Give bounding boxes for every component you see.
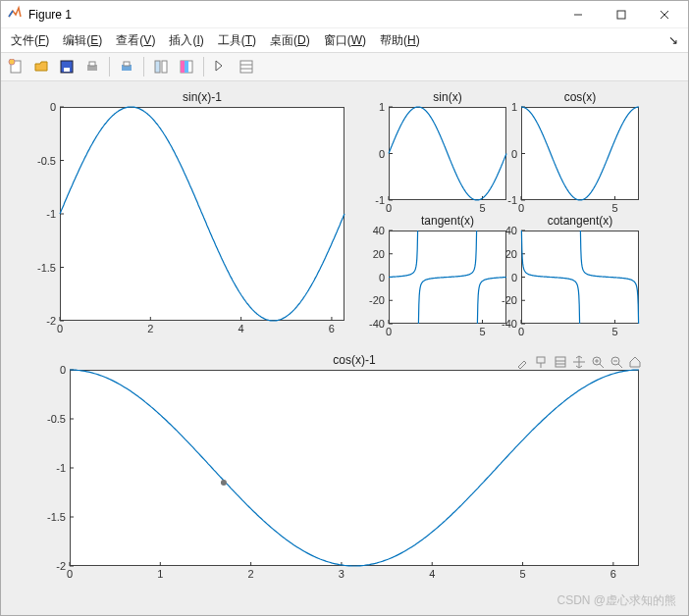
svg-text:-1: -1 — [375, 194, 385, 206]
svg-text:6: 6 — [610, 568, 616, 580]
svg-text:3: 3 — [339, 568, 344, 580]
svg-text:-0.5: -0.5 — [47, 413, 66, 425]
axes5-title: cotangent(x) — [521, 214, 639, 228]
svg-text:20: 20 — [505, 248, 517, 260]
svg-line-127 — [618, 364, 622, 368]
svg-rect-12 — [155, 61, 160, 73]
maximize-button[interactable] — [600, 2, 643, 27]
menu-view[interactable]: 查看(V) — [116, 32, 155, 49]
svg-rect-119 — [556, 357, 565, 367]
svg-rect-1 — [617, 11, 625, 19]
svg-text:4: 4 — [238, 323, 244, 334]
svg-text:0: 0 — [518, 202, 524, 214]
svg-text:0: 0 — [386, 202, 392, 214]
svg-text:0: 0 — [511, 272, 517, 283]
svg-rect-17 — [240, 61, 252, 73]
svg-text:-0.5: -0.5 — [37, 155, 56, 167]
link-plots-button[interactable] — [150, 56, 172, 77]
menu-help[interactable]: 帮助(H) — [380, 32, 420, 49]
close-button[interactable] — [643, 2, 686, 27]
insert-colorbar-button[interactable] — [176, 56, 197, 77]
menu-insert[interactable]: 插入(I) — [169, 32, 203, 49]
svg-text:-40: -40 — [369, 318, 385, 330]
svg-text:1: 1 — [379, 101, 385, 113]
menu-tools[interactable]: 工具(T) — [218, 32, 256, 49]
zoom-out-icon[interactable] — [609, 354, 624, 370]
matlab-logo-icon — [7, 5, 23, 24]
print-button[interactable] — [81, 56, 103, 77]
new-figure-button[interactable] — [5, 56, 26, 77]
svg-text:-2: -2 — [46, 315, 56, 327]
svg-text:0: 0 — [518, 326, 524, 337]
svg-text:0: 0 — [386, 326, 392, 337]
axes-sinx-1[interactable]: 0246-2-1.5-1-0.50 — [60, 107, 344, 321]
menu-window[interactable]: 窗口(W) — [324, 32, 366, 49]
svg-text:20: 20 — [373, 248, 385, 260]
toolbar — [1, 52, 688, 81]
svg-text:40: 40 — [505, 225, 517, 236]
svg-text:0: 0 — [60, 364, 66, 376]
svg-rect-16 — [185, 61, 188, 73]
svg-text:-1: -1 — [46, 208, 56, 220]
svg-text:-20: -20 — [369, 294, 385, 306]
edit-plot-button[interactable] — [210, 56, 232, 77]
svg-text:0: 0 — [511, 148, 517, 160]
axes2-title: sin(x) — [389, 90, 506, 104]
svg-rect-7 — [64, 68, 70, 72]
svg-text:5: 5 — [519, 568, 525, 580]
minimize-button[interactable] — [556, 2, 600, 27]
property-inspector-button[interactable] — [236, 56, 257, 77]
svg-point-5 — [9, 59, 15, 65]
svg-rect-13 — [162, 61, 167, 73]
window-title: Figure 1 — [28, 8, 72, 22]
menubar: 文件(F) 编辑(E) 查看(V) 插入(I) 工具(T) 桌面(D) 窗口(W… — [1, 28, 688, 52]
axes1-title: sin(x)-1 — [60, 90, 344, 104]
axes-cosx-1[interactable]: 0123456-2-1.5-1-0.50 — [70, 370, 639, 566]
svg-text:4: 4 — [429, 568, 435, 580]
axes-tangentx[interactable]: 05-40-2002040 — [389, 231, 506, 324]
svg-text:40: 40 — [373, 225, 385, 236]
print-preview-button[interactable] — [116, 56, 137, 77]
svg-text:2: 2 — [147, 323, 153, 334]
axes3-title: cos(x) — [521, 90, 639, 104]
brush-icon[interactable] — [515, 354, 531, 370]
open-button[interactable] — [30, 56, 52, 77]
svg-text:5: 5 — [479, 202, 485, 214]
svg-point-116 — [221, 480, 227, 486]
menu-file[interactable]: 文件(F) — [11, 32, 49, 49]
axes-cotangentx[interactable]: 05-40-2002040 — [521, 231, 639, 324]
svg-text:0: 0 — [379, 272, 385, 283]
figure-canvas: sin(x)-1 sin(x) cos(x) tangent(x) cotang… — [1, 81, 688, 615]
ruler-icon[interactable] — [553, 354, 568, 370]
svg-text:-1: -1 — [507, 194, 517, 206]
svg-rect-91 — [71, 371, 639, 566]
svg-rect-76 — [522, 231, 639, 324]
axes-toolbar — [515, 354, 643, 370]
axes-sinx[interactable]: 05-101 — [389, 107, 506, 200]
axes4-title: tangent(x) — [389, 214, 506, 228]
svg-text:0: 0 — [57, 323, 63, 334]
save-button[interactable] — [56, 56, 78, 77]
home-icon[interactable] — [627, 354, 643, 370]
pan-icon[interactable] — [571, 354, 587, 370]
svg-text:1: 1 — [511, 101, 517, 113]
svg-text:-1.5: -1.5 — [47, 511, 66, 523]
menu-desktop[interactable]: 桌面(D) — [270, 32, 310, 49]
svg-text:5: 5 — [611, 202, 617, 214]
svg-rect-15 — [181, 61, 185, 73]
svg-text:-2: -2 — [56, 560, 66, 572]
svg-text:0: 0 — [67, 568, 73, 580]
svg-text:0: 0 — [50, 101, 56, 113]
svg-line-123 — [600, 364, 604, 368]
axes-cosx[interactable]: 05-101 — [521, 107, 639, 200]
menu-overflow-icon[interactable]: ↘ — [668, 33, 678, 47]
svg-text:-40: -40 — [502, 318, 517, 330]
watermark: CSDN @虚心求知的熊 — [556, 592, 676, 609]
zoom-in-icon[interactable] — [590, 354, 606, 370]
datatip-icon[interactable] — [534, 354, 550, 370]
menu-edit[interactable]: 编辑(E) — [63, 32, 102, 49]
svg-text:-1.5: -1.5 — [37, 262, 56, 274]
svg-text:5: 5 — [611, 326, 617, 337]
svg-text:2: 2 — [248, 568, 254, 580]
svg-text:5: 5 — [479, 326, 485, 337]
